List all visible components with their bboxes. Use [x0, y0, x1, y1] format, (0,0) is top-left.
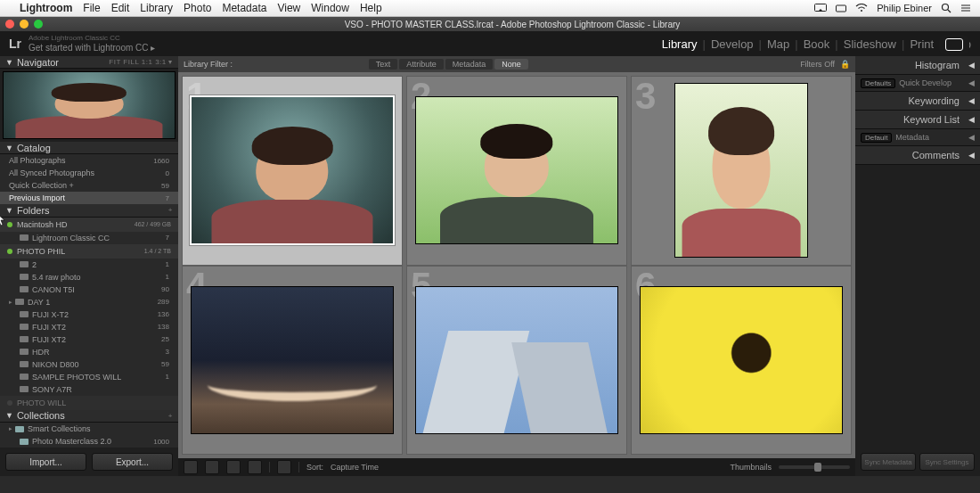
menu-metadata[interactable]: Metadata — [222, 2, 266, 14]
identity-plate[interactable]: Adobe Lightroom Classic CC Get started w… — [29, 35, 155, 53]
grid-cell[interactable]: 3 — [631, 76, 852, 266]
folder-item[interactable]: CANON T5I90 — [0, 283, 178, 296]
sync-settings-button[interactable]: Sync Settings — [919, 453, 975, 471]
menu-help[interactable]: Help — [360, 2, 382, 14]
module-slideshow[interactable]: Slideshow — [844, 37, 896, 51]
keyboard-icon[interactable] — [836, 4, 846, 12]
volume-row[interactable]: Macintosh HD462 / 499 GB — [0, 218, 178, 232]
grid-view[interactable]: 1 2 3 4 5 6 — [178, 72, 855, 458]
lock-icon[interactable]: 🔒 — [840, 60, 850, 69]
collection-item[interactable]: ▸Smart Collections — [0, 423, 178, 435]
volume-row[interactable]: PHOTO WILL — [0, 396, 178, 410]
quick-develop-header[interactable]: DefaultsQuick Develop◀ — [855, 75, 980, 92]
disclosure-triangle-icon[interactable]: ▼ — [5, 58, 13, 67]
thumbnail-image[interactable] — [192, 287, 393, 433]
app-name[interactable]: Lightroom — [20, 2, 72, 14]
folder-item[interactable]: HDR3 — [0, 346, 178, 358]
keywording-header[interactable]: Keywording◀ — [855, 92, 980, 111]
survey-view-button[interactable] — [248, 460, 262, 474]
notification-center-icon[interactable] — [960, 4, 971, 12]
folder-item[interactable]: 5.4 raw photo1 — [0, 271, 178, 283]
navigator-zoom-modes[interactable]: FIT FILL 1:1 3:1 ▾ — [109, 58, 173, 66]
folder-item[interactable]: ▸DAY 1289 — [0, 296, 178, 308]
filter-tab-none[interactable]: None — [494, 59, 528, 70]
folder-item[interactable]: Lightroom Classic CC7 — [0, 232, 178, 244]
import-button[interactable]: Import... — [5, 453, 86, 471]
grid-cell[interactable]: 6 — [631, 266, 852, 456]
screen-mirror-icon[interactable] — [814, 4, 827, 12]
navigator-header[interactable]: ▼ Navigator FIT FILL 1:1 3:1 ▾ — [0, 56, 178, 69]
menu-library[interactable]: Library — [140, 2, 173, 14]
folder-item[interactable]: NIKON D80059 — [0, 358, 178, 371]
filters-off-label[interactable]: Filters Off — [800, 60, 835, 69]
folder-item[interactable]: 21 — [0, 259, 178, 271]
thumbnail-image[interactable] — [416, 97, 617, 243]
filter-tab-attribute[interactable]: Attribute — [399, 59, 444, 70]
collection-item[interactable]: Photo Masterclass 2.01000 — [0, 435, 178, 448]
center-area: Library Filter : Text Attribute Metadata… — [178, 56, 855, 476]
compare-view-button[interactable] — [226, 460, 241, 474]
left-panel: ▼ Navigator FIT FILL 1:1 3:1 ▾ ▼Catalog … — [0, 56, 178, 476]
keyword-list-header[interactable]: Keyword List◀ — [855, 111, 980, 129]
export-button[interactable]: Export... — [92, 453, 173, 471]
grid-view-button[interactable] — [184, 460, 198, 474]
navigator-preview[interactable] — [3, 71, 176, 139]
folders-header[interactable]: ▼Folders+ — [0, 204, 178, 217]
module-develop[interactable]: Develop — [711, 37, 754, 51]
catalog-item[interactable]: All Synced Photographs0 — [0, 167, 178, 179]
grid-cell[interactable]: 5 — [406, 266, 627, 456]
traffic-lights[interactable] — [5, 20, 43, 29]
menubar-status: Philip Ebiner — [814, 3, 971, 13]
menu-window[interactable]: Window — [311, 2, 349, 14]
filter-tab-text[interactable]: Text — [369, 59, 398, 70]
folder-item[interactable]: SAMPLE PHOTOS WILL1 — [0, 371, 178, 383]
module-print[interactable]: Print — [910, 37, 934, 51]
filter-tab-metadata[interactable]: Metadata — [445, 59, 494, 70]
module-library[interactable]: Library — [662, 37, 698, 51]
metadata-header[interactable]: DefaultMetadata◀ — [855, 129, 980, 146]
wifi-icon[interactable] — [855, 4, 868, 12]
catalog-item-selected[interactable]: Previous Import7 — [0, 192, 178, 204]
folder-item[interactable]: FUJI X-T2136 — [0, 308, 178, 321]
preset-dropdown[interactable]: Default — [861, 133, 892, 143]
grid-cell[interactable]: 4 — [182, 266, 403, 456]
menu-file[interactable]: File — [83, 2, 100, 14]
volume-row[interactable]: PHOTO PHIL1.4 / 2 TB — [0, 244, 178, 259]
thumbnail-image[interactable] — [675, 84, 807, 257]
thumbnail-image[interactable] — [641, 287, 842, 433]
folder-item[interactable]: SONY A7R — [0, 383, 178, 396]
catalog-header[interactable]: ▼Catalog — [0, 142, 178, 154]
histogram-header[interactable]: Histogram◀ — [855, 56, 980, 75]
thumbnail-image[interactable] — [416, 287, 617, 433]
menu-photo[interactable]: Photo — [184, 2, 211, 14]
disclosure-triangle-icon[interactable]: ▸ — [9, 299, 12, 306]
svg-rect-1 — [837, 5, 846, 12]
zoom-window-button[interactable] — [34, 20, 43, 29]
loupe-view-button[interactable] — [205, 460, 219, 474]
menu-view[interactable]: View — [277, 2, 300, 14]
menu-edit[interactable]: Edit — [111, 2, 130, 14]
catalog-item[interactable]: Quick Collection +59 — [0, 179, 178, 192]
svg-point-3 — [943, 4, 949, 11]
library-filter-bar: Library Filter : Text Attribute Metadata… — [178, 56, 855, 72]
folder-item[interactable]: FUJI XT225 — [0, 333, 178, 346]
close-window-button[interactable] — [5, 20, 14, 29]
sync-metadata-button[interactable]: Sync Metadata — [861, 453, 916, 471]
thumbnail-image[interactable] — [192, 97, 393, 243]
sort-dropdown[interactable]: Capture Time — [331, 463, 379, 472]
screen-record-indicator[interactable] — [939, 35, 969, 54]
module-map[interactable]: Map — [767, 37, 789, 51]
grid-cell[interactable]: 1 — [182, 76, 403, 266]
preset-dropdown[interactable]: Defaults — [861, 78, 895, 88]
painter-tool-button[interactable] — [277, 460, 291, 474]
folder-item[interactable]: FUJI XT2138 — [0, 321, 178, 333]
spotlight-icon[interactable] — [941, 3, 951, 13]
grid-cell[interactable]: 2 — [406, 76, 627, 266]
minimize-window-button[interactable] — [20, 20, 29, 29]
catalog-item[interactable]: All Photographs1660 — [0, 154, 178, 167]
module-book[interactable]: Book — [804, 37, 830, 51]
comments-header[interactable]: Comments◀ — [855, 146, 980, 165]
thumbnail-size-slider[interactable] — [779, 465, 850, 469]
menubar-username[interactable]: Philip Ebiner — [877, 3, 932, 13]
collections-header[interactable]: ▼Collections+ — [0, 410, 178, 423]
